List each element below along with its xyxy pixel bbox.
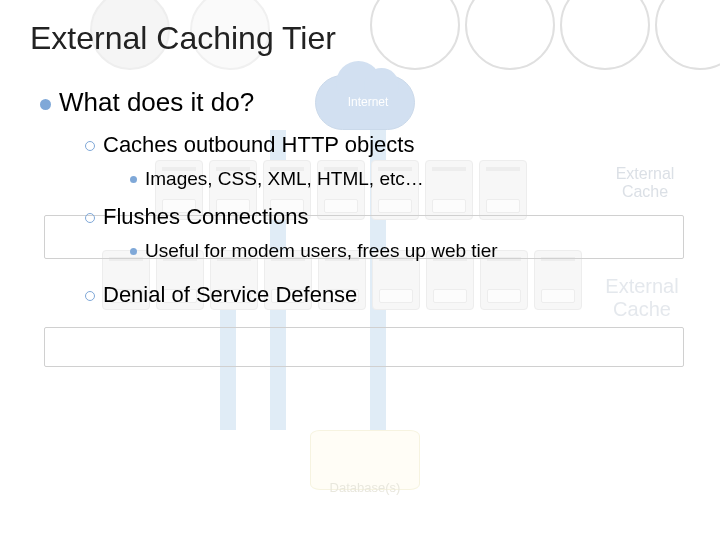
l2-text: Flushes Connections <box>103 204 308 229</box>
l2-text: Caches outbound HTTP objects <box>103 132 414 157</box>
bullet-l2-flushes: Flushes Connections <box>85 204 690 230</box>
bullet-l3-useful: Useful for modem users, frees up web tie… <box>130 240 690 262</box>
l3-text: Images, CSS, XML, HTML, etc… <box>145 168 424 189</box>
bullet-sdot-icon <box>130 248 137 255</box>
bullet-dot-icon <box>40 99 51 110</box>
bullet-l2-denial: Denial of Service Defense <box>85 282 690 308</box>
l3-text: Useful for modem users, frees up web tie… <box>145 240 498 261</box>
bullet-ring-icon <box>85 213 95 223</box>
bullet-ring-icon <box>85 141 95 151</box>
slide-content: External Caching Tier What does it do? C… <box>0 0 720 336</box>
bullet-l1-what: What does it do? <box>40 87 690 118</box>
slide-title: External Caching Tier <box>30 20 690 57</box>
database-label: Database(s) <box>300 480 430 495</box>
bullet-l2-caches: Caches outbound HTTP objects <box>85 132 690 158</box>
bullet-ring-icon <box>85 291 95 301</box>
l1-text: What does it do? <box>59 87 254 117</box>
bullet-l3-images: Images, CSS, XML, HTML, etc… <box>130 168 690 190</box>
l2-text: Denial of Service Defense <box>103 282 357 307</box>
bullet-sdot-icon <box>130 176 137 183</box>
